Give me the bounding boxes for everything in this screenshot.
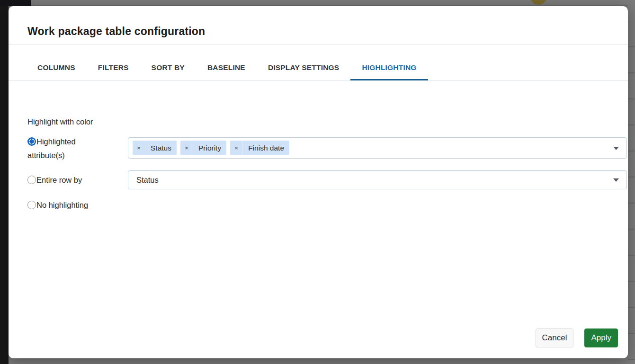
backdrop-sidebar-top [0, 0, 31, 6]
user-avatar [530, 0, 547, 5]
tab-filters[interactable]: FILTERS [87, 63, 140, 80]
entire-row-by-select[interactable]: Status [128, 170, 627, 189]
caret-down-icon[interactable] [613, 178, 619, 182]
tab-display-settings[interactable]: DISPLAY SETTINGS [257, 63, 351, 80]
radio-no-highlighting[interactable] [27, 201, 36, 209]
highlight-with-color-label: Highlight with color [27, 117, 93, 126]
chip-finish-date: × Finish date [230, 141, 289, 155]
radio-highlighted-attributes[interactable] [27, 137, 36, 146]
tab-highlighting[interactable]: HIGHLIGHTING [350, 63, 428, 80]
chip-remove-icon[interactable]: × [180, 141, 193, 155]
modal-tabs-bar: COLUMNS FILTERS SORT BY BASELINE DISPLAY… [9, 45, 628, 80]
option-no-highlighting-label: No highlighting [36, 201, 88, 209]
option-highlighted-attributes: Highlighted attribute(s) [27, 135, 109, 162]
apply-button[interactable]: Apply [584, 328, 618, 347]
chip-priority: × Priority [180, 141, 226, 155]
backdrop-table-rows-strip [628, 0, 635, 364]
modal-title: Work package table configuration [27, 25, 609, 38]
option-entire-row-by-label: Entire row by [36, 176, 82, 184]
tab-baseline[interactable]: BASELINE [196, 63, 257, 80]
backdrop-header-edge [31, 5, 635, 6]
chip-label: Status [145, 144, 177, 152]
modal-header: Work package table configuration [9, 6, 628, 45]
modal-footer: Cancel Apply [536, 328, 618, 347]
highlighted-attributes-multiselect[interactable]: × Status × Priority × Finish date [128, 137, 627, 159]
tab-columns[interactable]: COLUMNS [26, 63, 87, 80]
chip-label: Priority [193, 144, 226, 152]
backdrop-sidebar-strip [0, 0, 9, 364]
chip-remove-icon[interactable]: × [230, 141, 243, 155]
chip-label: Finish date [243, 144, 289, 152]
chip-remove-icon[interactable]: × [133, 141, 145, 155]
entire-row-by-select-value: Status [136, 176, 159, 185]
work-package-table-configuration-modal: Work package table configuration COLUMNS… [9, 6, 628, 358]
chip-status: × Status [133, 141, 177, 155]
option-entire-row-by: Entire row by [27, 173, 82, 187]
tab-sort-by[interactable]: SORT BY [140, 63, 196, 80]
cancel-button[interactable]: Cancel [536, 328, 574, 347]
radio-entire-row-by[interactable] [27, 176, 36, 184]
caret-down-icon[interactable] [613, 147, 619, 150]
option-no-highlighting: No highlighting [27, 198, 88, 212]
